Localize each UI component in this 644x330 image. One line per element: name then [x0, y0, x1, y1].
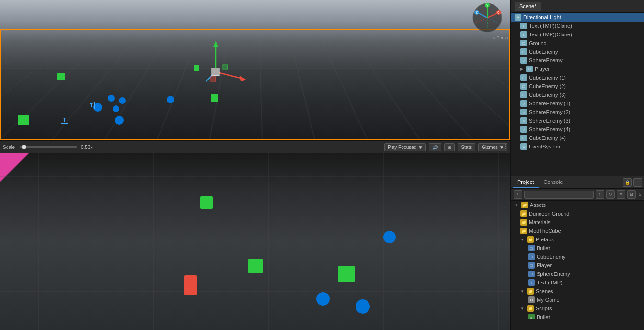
hier-item-icon-eventsystem: ⚙ — [520, 143, 527, 150]
hier-item-directional-light[interactable]: ☀ Directional Light — [511, 13, 644, 22]
proj-prefab-player-label: Player — [537, 262, 552, 268]
proj-prefab-cubeenemy-label: CubeEnemy — [537, 254, 566, 260]
scale-track[interactable] — [20, 146, 77, 148]
hier-item-icon-tmp-clone-1: T — [520, 23, 527, 29]
proj-modthecube[interactable]: 📁 ModTheCube — [511, 227, 644, 235]
scene-gizmo[interactable]: X Y Z < Persp — [472, 2, 508, 38]
game-grid — [0, 153, 510, 330]
dungeon-folder-icon: 📁 — [520, 210, 527, 217]
hier-item-tmp-clone-2[interactable]: T Text (TMP)(Clone) — [511, 30, 644, 39]
add-icon-btn[interactable]: + — [514, 190, 522, 199]
hier-item-cubeenemy-4[interactable]: □ CubeEnemy (4) — [511, 134, 644, 142]
hierarchy-header: Scene* — [511, 0, 644, 13]
hier-item-label-cubeenemy: CubeEnemy — [529, 49, 558, 55]
toolbar-bar: Scale 0.53x Play Focused ▼ 🔊 ⊞ Stats Giz… — [0, 141, 510, 153]
bullet-prefab-icon: □ — [528, 245, 535, 251]
proj-script-bullet[interactable]: # Bullet — [511, 313, 644, 319]
hier-item-tmp-clone-1[interactable]: T Text (TMP)(Clone) — [511, 22, 644, 30]
hier-item-cubeenemy-3[interactable]: □ CubeEnemy (3) — [511, 91, 644, 99]
scripts-triangle-icon: ▼ — [520, 307, 524, 311]
scene-grid — [0, 29, 510, 141]
proj-prefab-sphereenemy[interactable]: □ SphereEnemy — [511, 270, 644, 278]
scale-dot[interactable] — [22, 145, 26, 149]
scene-text-marker-2: T — [61, 116, 68, 124]
hier-item-ground[interactable]: □ Ground — [511, 39, 644, 47]
proj-materials[interactable]: 📁 Materials — [511, 218, 644, 227]
hier-item-sphereenemy-1[interactable]: ○ SphereEnemy (1) — [511, 99, 644, 108]
hierarchy-tab[interactable]: Scene* — [515, 2, 541, 11]
materials-folder-icon: 📁 — [520, 219, 527, 226]
import-icon-btn[interactable]: ↑ — [596, 190, 604, 199]
project-tab[interactable]: Project — [513, 177, 539, 188]
svg-text:Z: Z — [476, 11, 478, 14]
hier-item-icon-cubeenemy-2: □ — [520, 83, 527, 90]
hier-item-label-cubeenemy-4: CubeEnemy (4) — [529, 135, 566, 141]
hier-item-label-tmp-clone-2: Text (TMP)(Clone) — [529, 32, 572, 37]
prefabs-triangle-icon: ▼ — [520, 238, 524, 242]
sphereenemy-prefab-icon: □ — [528, 271, 535, 277]
toolbar-menu-dots[interactable]: ⋮ — [502, 142, 508, 150]
hier-item-icon-sphereenemy-2: ○ — [520, 109, 527, 115]
proj-scene-mygame[interactable]: ⊙ My Game — [511, 296, 644, 304]
svg-marker-3 — [240, 76, 247, 81]
game-blue-sphere-1 — [383, 231, 396, 243]
modthecube-folder-icon: 📁 — [520, 228, 527, 234]
proj-modthecube-label: ModTheCube — [529, 228, 561, 234]
game-red-cylinder — [184, 275, 197, 295]
hier-item-sphereenemy-2[interactable]: ○ SphereEnemy (2) — [511, 108, 644, 116]
proj-prefab-cubeenemy[interactable]: □ CubeEnemy — [511, 252, 644, 261]
hier-item-sphereenemy[interactable]: ○ SphereEnemy — [511, 56, 644, 65]
proj-prefab-player[interactable]: □ Player — [511, 261, 644, 270]
proj-scripts-folder[interactable]: ▼ 📁 Scripts — [511, 304, 644, 313]
speaker-button[interactable]: 🔊 — [429, 143, 441, 151]
hier-item-sphereenemy-4[interactable]: ○ SphereEnemy (4) — [511, 125, 644, 134]
proj-scenes-folder[interactable]: ▼ 📁 Scenes — [511, 287, 644, 296]
hier-item-label-sphereenemy-3: SphereEnemy (3) — [529, 118, 570, 124]
scripts-folder-icon: 📁 — [527, 305, 534, 312]
hier-item-cubeenemy[interactable]: □ CubeEnemy — [511, 47, 644, 56]
scene-object-blue-sphere-2 — [108, 95, 115, 102]
stats-button[interactable]: Stats — [458, 143, 475, 151]
refresh-icon-btn[interactable]: ↻ — [606, 190, 615, 199]
hier-item-eventsystem[interactable]: ⚙ EventSystem — [511, 142, 644, 151]
hier-item-icon-cubeenemy-4: □ — [520, 135, 527, 141]
hier-item-icon-sphereenemy-3: ○ — [520, 117, 527, 124]
proj-assets-folder[interactable]: ▼ 📁 Assets — [511, 201, 644, 209]
project-search-input[interactable] — [524, 191, 594, 199]
play-focused-button[interactable]: Play Focused ▼ — [384, 143, 426, 151]
hier-item-icon-sphereenemy: ○ — [520, 57, 527, 64]
bullet-script-icon: # — [528, 314, 535, 319]
proj-dungeon-ground[interactable]: 📁 Dungeon Ground — [511, 209, 644, 218]
hier-item-label-directional-light: Directional Light — [523, 14, 561, 20]
assets-folder-icon: 📁 — [521, 202, 528, 208]
proj-prefab-bullet[interactable]: □ Bullet — [511, 244, 644, 252]
proj-prefabs-label: Prefabs — [536, 237, 554, 242]
proj-prefab-text-tmp-label: Text (TMP) — [537, 280, 563, 285]
console-tab[interactable]: Console — [539, 177, 567, 188]
game-green-cube-1 — [200, 196, 213, 209]
cubeenemy-prefab-icon: □ — [528, 253, 535, 260]
transform-gizmo — [182, 38, 249, 105]
grid-button[interactable]: ⊞ — [444, 143, 455, 151]
lock-icon-btn[interactable]: 🔒 — [623, 178, 632, 187]
svg-text:Y: Y — [486, 4, 489, 7]
main-area: T T X — [0, 0, 510, 330]
layers-icon-btn[interactable]: ⊡ — [627, 190, 636, 199]
persp-label: < Persp — [472, 35, 508, 40]
proj-prefabs-folder[interactable]: ▼ 📁 Prefabs — [511, 235, 644, 244]
right-panel: Scene* ☀ Directional Light T Text (TMP)(… — [510, 0, 644, 330]
svg-text:X: X — [497, 11, 499, 14]
svg-marker-1 — [213, 41, 218, 47]
scene-object-green-cube-2 — [58, 73, 65, 80]
proj-prefab-text-tmp[interactable]: T Text (TMP) — [511, 278, 644, 287]
hier-item-cubeenemy-1[interactable]: □ CubeEnemy (1) — [511, 73, 644, 82]
hier-item-player[interactable]: ▶ □ Player — [511, 65, 644, 73]
hier-item-sphereenemy-3[interactable]: ○ SphereEnemy (3) — [511, 116, 644, 125]
hier-item-cubeenemy-2[interactable]: □ CubeEnemy (2) — [511, 82, 644, 91]
hier-item-label-cubeenemy-3: CubeEnemy (3) — [529, 92, 566, 98]
filter-icon-btn[interactable]: ≡ — [617, 190, 625, 199]
three-dots-btn[interactable]: ⋮ — [633, 178, 642, 187]
proj-prefab-bullet-label: Bullet — [537, 245, 550, 251]
hier-item-icon-sphereenemy-4: ○ — [520, 126, 527, 133]
hier-item-icon-ground: □ — [520, 40, 527, 46]
